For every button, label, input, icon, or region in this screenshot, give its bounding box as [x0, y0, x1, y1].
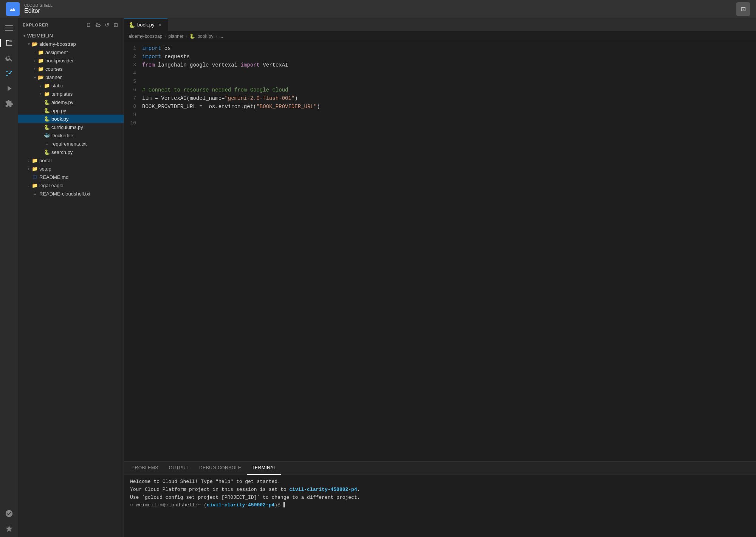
terminal-line-4: ○ weimeilin@cloudshell:~ (civil-clarity-…: [130, 501, 750, 509]
folder-icon: 📁: [44, 91, 50, 97]
folder-open-icon: 📂: [38, 74, 44, 80]
text-file-icon: ≡: [32, 191, 38, 197]
tab-debug-console[interactable]: DEBUG CONSOLE: [195, 462, 246, 475]
svg-point-5: [6, 71, 8, 72]
chevron-right-icon: ›: [32, 49, 38, 55]
tab-terminal[interactable]: TERMINAL: [247, 462, 281, 475]
tree-file-app-py[interactable]: › 🐍 app.py: [18, 106, 124, 115]
code-line-6: 6 # Connect to resourse needed from Goog…: [124, 86, 756, 94]
code-line-3: 3 from langchain_google_vertexai import …: [124, 61, 756, 69]
tree-folder-templates[interactable]: › 📁 templates: [18, 90, 124, 98]
terminal-line-1: Welcome to Cloud Shell! Type "help" to g…: [130, 478, 750, 486]
file-tree: ▾ WEIMEILIN ▾ 📂 aidemy-boostrap › 📁 assi…: [18, 31, 124, 537]
app-subtitle: CLOUD SHELL: [24, 3, 53, 8]
chevron-right-icon: ›: [38, 91, 44, 97]
tab-label: book.py: [137, 22, 155, 28]
svg-point-3: [6, 75, 8, 76]
breadcrumb-item: aidemy-boostrap: [129, 34, 162, 39]
bottom-panel: PROBLEMS OUTPUT DEBUG CONSOLE TERMINAL W…: [124, 461, 756, 537]
python-file-icon: 🐍: [44, 107, 50, 113]
code-line-4: 4: [124, 69, 756, 78]
tree-folder-static[interactable]: › 📁 static: [18, 81, 124, 90]
tree-file-dockerfile[interactable]: › 🐳 Dockerfile: [18, 131, 124, 140]
tree-file-book-py[interactable]: › 🐍 book.py: [18, 115, 124, 123]
folder-icon: 📁: [32, 166, 38, 172]
tree-folder-planner[interactable]: ▾ 📂 planner: [18, 73, 124, 81]
code-editor[interactable]: 1 import os 2 import requests 3 from lan…: [124, 41, 756, 461]
chevron-right-icon: ›: [26, 157, 32, 163]
tab-problems[interactable]: PROBLEMS: [127, 462, 163, 475]
chevron-down-icon: ▾: [26, 41, 32, 47]
sidebar: EXPLORER 🗋 🗁 ↺ ⊡ ▾ WEIMEILIN ▾ 📂 aidemy-…: [18, 18, 124, 537]
docker-file-icon: 🐳: [44, 132, 50, 138]
terminal-content[interactable]: Welcome to Cloud Shell! Type "help" to g…: [124, 475, 756, 537]
chevron-right-icon: ›: [32, 57, 38, 64]
tab-close-button[interactable]: ×: [157, 22, 163, 28]
activity-menu[interactable]: [2, 21, 16, 35]
editor-area: 🐍 book.py × aidemy-boostrap › planner › …: [124, 18, 756, 537]
chevron-down-icon: ▾: [32, 74, 38, 80]
tree-root-weimeilin[interactable]: ▾ WEIMEILIN: [18, 31, 124, 40]
code-line-2: 2 import requests: [124, 53, 756, 61]
tree-file-readme-md[interactable]: › ⓘ README.md: [18, 173, 124, 181]
svg-rect-1: [5, 28, 13, 28]
python-file-icon: 🐍: [44, 99, 50, 105]
activity-search[interactable]: [2, 51, 16, 65]
chevron-down-icon: ▾: [21, 33, 27, 39]
top-bar: CLOUD SHELL Editor ⊡: [0, 0, 756, 18]
open-editor-button[interactable]: ⊡: [736, 2, 750, 16]
folder-open-icon: 📂: [32, 41, 38, 47]
logo: [6, 2, 20, 16]
code-line-1: 1 import os: [124, 44, 756, 53]
code-line-9: 9: [124, 111, 756, 119]
tree-folder-courses[interactable]: › 📁 courses: [18, 65, 124, 73]
tree-folder-assigment[interactable]: › 📁 assigment: [18, 48, 124, 56]
code-line-5: 5: [124, 78, 756, 86]
activity-ai[interactable]: [2, 522, 16, 535]
explorer-header: EXPLORER 🗋 🗁 ↺ ⊡: [18, 18, 124, 31]
tree-folder-legal-eagle[interactable]: › 📁 legal-eagle: [18, 181, 124, 189]
python-file-icon: 🐍: [44, 149, 50, 155]
editor-tabs: 🐍 book.py ×: [124, 18, 756, 31]
tree-folder-bookprovider[interactable]: › 📁 bookprovider: [18, 56, 124, 65]
folder-icon: 📁: [44, 82, 50, 88]
svg-rect-0: [5, 25, 13, 26]
activity-source-control[interactable]: [2, 67, 16, 80]
folder-icon: 📁: [38, 57, 44, 64]
text-file-icon: ≡: [44, 141, 50, 147]
tree-file-curriculums-py[interactable]: › 🐍 curriculums.py: [18, 123, 124, 131]
tree-file-aidemy-py[interactable]: › 🐍 aidemy.py: [18, 98, 124, 106]
tree-folder-setup[interactable]: › 📁 setup: [18, 165, 124, 173]
folder-icon: 📁: [38, 49, 44, 55]
tree-file-search-py[interactable]: › 🐍 search.py: [18, 148, 124, 156]
code-line-7: 7 llm = VertexAI(model_name="gemini-2.0-…: [124, 94, 756, 102]
new-folder-icon[interactable]: 🗁: [94, 21, 102, 29]
breadcrumb-item: ...: [219, 34, 223, 39]
app-title: Editor: [24, 8, 53, 14]
tab-python-icon: 🐍: [129, 22, 135, 28]
tab-book-py[interactable]: 🐍 book.py ×: [124, 18, 168, 31]
activity-remote[interactable]: [2, 507, 16, 520]
tree-file-requirements-txt[interactable]: › ≡ requirements.txt: [18, 140, 124, 148]
svg-point-4: [10, 71, 12, 72]
breadcrumb-icon: 🐍: [189, 34, 195, 39]
tab-output[interactable]: OUTPUT: [164, 462, 193, 475]
tree-folder-portal[interactable]: › 📁 portal: [18, 156, 124, 165]
collapse-all-icon[interactable]: ⊡: [113, 21, 119, 29]
breadcrumb-item: book.py: [197, 34, 213, 39]
chevron-right-icon: ›: [26, 182, 32, 188]
breadcrumb-item: planner: [168, 34, 183, 39]
activity-extensions[interactable]: [2, 97, 16, 110]
tree-folder-aidemy-bootstrap[interactable]: ▾ 📂 aidemy-boostrap: [18, 40, 124, 48]
activity-run[interactable]: [2, 82, 16, 95]
folder-icon: 📁: [38, 66, 44, 72]
activity-explorer[interactable]: [2, 36, 16, 50]
folder-icon: 📁: [32, 157, 38, 163]
new-file-icon[interactable]: 🗋: [85, 21, 92, 29]
folder-icon: 📁: [32, 182, 38, 188]
python-file-icon: 🐍: [44, 116, 50, 122]
refresh-icon[interactable]: ↺: [104, 21, 110, 29]
svg-rect-2: [5, 30, 13, 31]
md-file-icon: ⓘ: [32, 174, 38, 180]
tree-file-readme-cloudshell[interactable]: › ≡ README-cloudshell.txt: [18, 189, 124, 198]
